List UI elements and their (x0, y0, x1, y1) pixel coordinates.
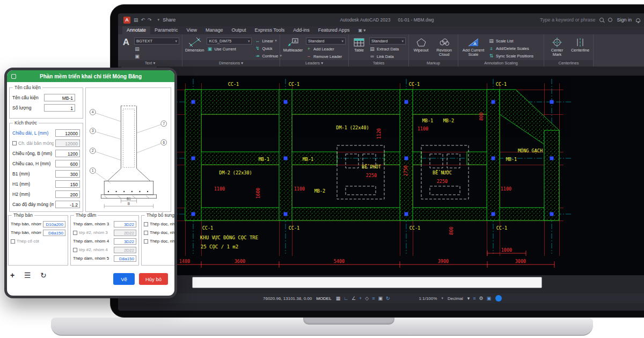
field-input[interactable]: D10a200 (43, 221, 65, 227)
panel-label-annotation-scaling[interactable]: Annotation Scaling (458, 60, 544, 67)
link-data-button[interactable]: ∞Link Data (369, 53, 406, 60)
check-spelling-button[interactable]: ▤ (134, 46, 179, 52)
notifications-icon[interactable] (636, 18, 640, 22)
autocad-logo-icon[interactable]: A (123, 17, 130, 24)
ribbon-tab-1[interactable]: Parametric (150, 26, 182, 34)
wipeout-button[interactable]: Wipeout (412, 36, 430, 60)
ribbon-tab-4[interactable]: Output (227, 26, 250, 34)
find-text-button[interactable]: ▣ (134, 53, 179, 60)
add-leader-button[interactable]: +Add Leader (306, 46, 346, 52)
status-tool-icon-3[interactable]: ▣ (487, 296, 492, 301)
add-item-icon[interactable]: + (10, 271, 14, 280)
status-tool-icon-1[interactable]: ≡ (473, 296, 475, 301)
ribbon-tab-5[interactable]: Express Tools (250, 26, 289, 34)
checkbox[interactable] (12, 141, 17, 145)
mtext-button[interactable]: A (121, 36, 131, 60)
field-input[interactable]: 1200 (55, 150, 80, 157)
dimension-button[interactable]: Dimension (185, 36, 204, 60)
assistant-icon[interactable] (495, 295, 502, 302)
field-input[interactable]: MB-1 (44, 94, 75, 101)
units-button[interactable]: Decimal (448, 296, 463, 301)
mleader-style-dropdown[interactable]: Standard▾ (306, 38, 346, 45)
ribbon-tab-6[interactable]: Add-ins (289, 26, 314, 34)
list-items-icon[interactable]: ☰ (24, 271, 31, 280)
checkbox[interactable] (11, 239, 15, 244)
field-input[interactable]: -1.2 (55, 201, 80, 208)
checkbox[interactable] (144, 239, 148, 244)
history-icon[interactable]: ↻ (40, 271, 47, 280)
search-input[interactable]: Type a keyword or phrase (540, 17, 596, 23)
scale-list-button[interactable]: ▤Scale List (488, 38, 533, 44)
ribbon-tab-7[interactable]: Featured Apps (314, 26, 354, 34)
status-toggle-icon-1[interactable]: ∟ (343, 296, 348, 301)
dim-layer-dropdown[interactable]: ▣Use Current (207, 46, 252, 52)
centerline-button[interactable]: Centerline (570, 36, 590, 60)
status-toggle-icon-5[interactable]: ≡ (372, 296, 375, 301)
status-toggle-icon-3[interactable]: + (359, 296, 362, 301)
panel-label-text[interactable]: Text ▾ (118, 60, 182, 67)
field-input[interactable]: D8a150 (114, 255, 136, 262)
drawing-area[interactable]: CC-1CC-1CC-1CC-1MB-1MB-2DM-1 (22x40)1100… (118, 76, 644, 275)
quick-access-icon-2[interactable]: ↷ (148, 17, 152, 23)
field-input[interactable]: 1 (44, 104, 75, 112)
sign-in-button[interactable]: Sign in (617, 17, 632, 23)
field-input[interactable]: 150 (55, 180, 80, 188)
ribbon-tab-0[interactable]: Annotate (122, 26, 150, 34)
multileader-button[interactable]: A Multileader (283, 36, 303, 60)
panel-display-toggle-icon[interactable]: ▣ ▾ (354, 26, 370, 34)
status-toggle-icon-0[interactable]: ▦ (336, 296, 341, 301)
quick-access-dropdown-icon[interactable]: ▾ (158, 18, 160, 22)
panel-label-centerlines[interactable]: Centerlines (544, 60, 593, 67)
model-space-button[interactable]: MODEL (316, 296, 331, 301)
scale-dropdown-icon[interactable]: ▾ (441, 296, 443, 300)
quick-access-icon-0[interactable]: ▤ (134, 17, 138, 23)
field-input[interactable]: 12000 (55, 139, 80, 147)
dim-quick-button[interactable]: ↯Quick (254, 45, 282, 52)
dim-style-dropdown[interactable]: KCS_DIM75▾ (207, 38, 252, 45)
ribbon-tab-3[interactable]: Manage (201, 26, 228, 34)
status-tool-icon-2[interactable]: ⚙ (479, 296, 484, 301)
status-toggle-icon-2[interactable]: ∠ (352, 296, 356, 301)
checkbox[interactable] (73, 248, 77, 252)
draw-button[interactable]: Vẽ (113, 273, 135, 285)
field-input[interactable]: 600 (55, 160, 80, 167)
dim-continue-button[interactable]: ↠Continue ▾ (254, 53, 282, 59)
field-input[interactable]: 2D22 (114, 230, 136, 236)
field-input[interactable]: 200 (55, 190, 80, 198)
field-input[interactable]: D8a150 (43, 230, 65, 236)
remove-leader-button[interactable]: −Remove Leader (306, 53, 346, 60)
search-icon[interactable] (599, 18, 604, 22)
ribbon-tab-2[interactable]: View (182, 26, 201, 34)
dialog-titlebar[interactable]: Phần mềm triển khai chi tiết Móng Băng (7, 70, 174, 82)
revision-cloud-button[interactable]: Revision Cloud (433, 36, 455, 60)
panel-label-markup[interactable]: Markup (409, 60, 458, 67)
table-button[interactable]: Table (352, 36, 367, 60)
table-style-dropdown[interactable]: Standard▾ (369, 38, 406, 45)
field-input[interactable]: 3D22 (114, 221, 136, 227)
dim-linear-button[interactable]: ↔Linear ▾ (254, 38, 282, 44)
panel-label-tables[interactable]: Tables (349, 60, 408, 67)
share-button[interactable]: Share (163, 17, 175, 23)
checkbox[interactable] (144, 222, 148, 226)
extract-data-button[interactable]: ▤Extract Data (369, 46, 406, 52)
add-delete-scales-button[interactable]: ±Add/Delete Scales (488, 45, 533, 52)
panel-label-leaders[interactable]: Leaders ▾ (280, 60, 348, 67)
add-current-scale-button[interactable]: A Add Current Scale (461, 36, 486, 60)
status-toggle-icon-4[interactable]: ◇ (365, 296, 369, 301)
status-toggle-icon-7[interactable]: ↻ (386, 296, 390, 301)
panel-label-dimensions[interactable]: Dimensions ▾ (182, 60, 280, 67)
text-style-dropdown[interactable]: BGTEXT▾ (134, 38, 179, 45)
status-tool-icon-0[interactable]: ▾ (467, 296, 470, 301)
status-toggle-icon-6[interactable]: ▣ (378, 296, 383, 301)
field-input[interactable]: 2D22 (114, 247, 136, 253)
field-label[interactable]: Chiều dài, L (mm) (12, 130, 54, 136)
cancel-button[interactable]: Hủy bỏ (139, 273, 168, 285)
field-input[interactable]: 3D22 (114, 238, 136, 245)
field-input[interactable]: 12000 (55, 129, 80, 137)
quick-access-icon-1[interactable]: ↶ (141, 17, 145, 23)
annotation-scale-button[interactable]: 1:1/100% (419, 296, 437, 301)
field-input[interactable]: 300 (55, 170, 80, 178)
checkbox[interactable] (144, 231, 148, 235)
sync-scale-positions-button[interactable]: ⇅Sync Scale Positions (488, 53, 533, 59)
checkbox[interactable] (73, 231, 77, 235)
